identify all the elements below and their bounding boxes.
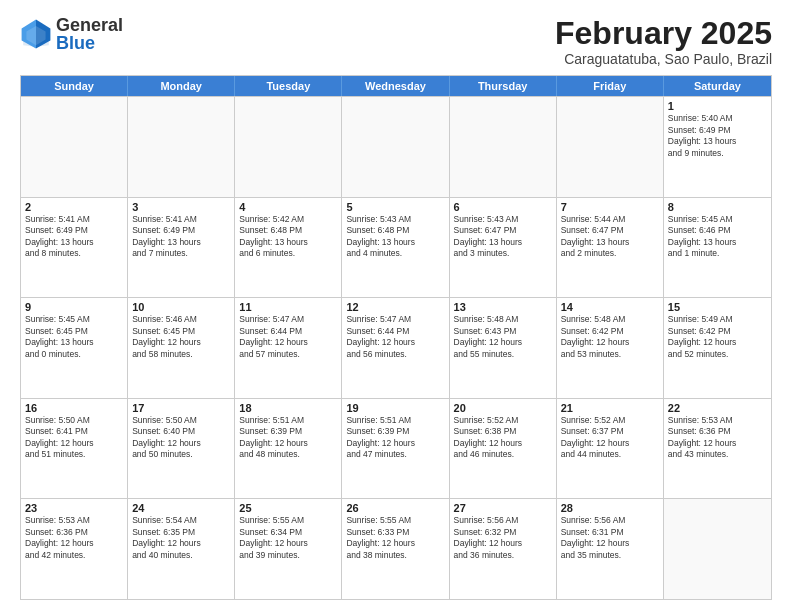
cell-info: Sunrise: 5:41 AM Sunset: 6:49 PM Dayligh… bbox=[25, 214, 123, 260]
cal-cell: 20Sunrise: 5:52 AM Sunset: 6:38 PM Dayli… bbox=[450, 399, 557, 499]
cal-cell: 15Sunrise: 5:49 AM Sunset: 6:42 PM Dayli… bbox=[664, 298, 771, 398]
subtitle: Caraguatatuba, Sao Paulo, Brazil bbox=[555, 51, 772, 67]
cell-day-number: 26 bbox=[346, 502, 444, 514]
cell-day-number: 2 bbox=[25, 201, 123, 213]
logo-icon bbox=[20, 18, 52, 50]
cal-cell: 23Sunrise: 5:53 AM Sunset: 6:36 PM Dayli… bbox=[21, 499, 128, 599]
cell-day-number: 16 bbox=[25, 402, 123, 414]
cell-day-number: 11 bbox=[239, 301, 337, 313]
header-day-wednesday: Wednesday bbox=[342, 76, 449, 96]
cell-info: Sunrise: 5:53 AM Sunset: 6:36 PM Dayligh… bbox=[668, 415, 767, 461]
cell-day-number: 18 bbox=[239, 402, 337, 414]
cell-day-number: 15 bbox=[668, 301, 767, 313]
cal-cell: 24Sunrise: 5:54 AM Sunset: 6:35 PM Dayli… bbox=[128, 499, 235, 599]
header-day-tuesday: Tuesday bbox=[235, 76, 342, 96]
cell-day-number: 8 bbox=[668, 201, 767, 213]
cal-cell: 8Sunrise: 5:45 AM Sunset: 6:46 PM Daylig… bbox=[664, 198, 771, 298]
cal-cell: 28Sunrise: 5:56 AM Sunset: 6:31 PM Dayli… bbox=[557, 499, 664, 599]
logo-blue-text: Blue bbox=[56, 34, 123, 52]
cell-info: Sunrise: 5:44 AM Sunset: 6:47 PM Dayligh… bbox=[561, 214, 659, 260]
cell-info: Sunrise: 5:52 AM Sunset: 6:38 PM Dayligh… bbox=[454, 415, 552, 461]
title-block: February 2025 Caraguatatuba, Sao Paulo, … bbox=[555, 16, 772, 67]
cell-day-number: 4 bbox=[239, 201, 337, 213]
cell-info: Sunrise: 5:54 AM Sunset: 6:35 PM Dayligh… bbox=[132, 515, 230, 561]
cell-day-number: 9 bbox=[25, 301, 123, 313]
header-day-saturday: Saturday bbox=[664, 76, 771, 96]
cell-info: Sunrise: 5:51 AM Sunset: 6:39 PM Dayligh… bbox=[239, 415, 337, 461]
cal-cell bbox=[664, 499, 771, 599]
cal-cell: 6Sunrise: 5:43 AM Sunset: 6:47 PM Daylig… bbox=[450, 198, 557, 298]
cell-info: Sunrise: 5:50 AM Sunset: 6:41 PM Dayligh… bbox=[25, 415, 123, 461]
cell-info: Sunrise: 5:40 AM Sunset: 6:49 PM Dayligh… bbox=[668, 113, 767, 159]
cell-info: Sunrise: 5:55 AM Sunset: 6:34 PM Dayligh… bbox=[239, 515, 337, 561]
cell-info: Sunrise: 5:42 AM Sunset: 6:48 PM Dayligh… bbox=[239, 214, 337, 260]
cal-cell: 27Sunrise: 5:56 AM Sunset: 6:32 PM Dayli… bbox=[450, 499, 557, 599]
cell-day-number: 23 bbox=[25, 502, 123, 514]
cell-day-number: 7 bbox=[561, 201, 659, 213]
cal-cell: 13Sunrise: 5:48 AM Sunset: 6:43 PM Dayli… bbox=[450, 298, 557, 398]
cal-cell: 1Sunrise: 5:40 AM Sunset: 6:49 PM Daylig… bbox=[664, 97, 771, 197]
cell-day-number: 21 bbox=[561, 402, 659, 414]
header-day-sunday: Sunday bbox=[21, 76, 128, 96]
cell-info: Sunrise: 5:41 AM Sunset: 6:49 PM Dayligh… bbox=[132, 214, 230, 260]
cell-info: Sunrise: 5:56 AM Sunset: 6:31 PM Dayligh… bbox=[561, 515, 659, 561]
cell-day-number: 14 bbox=[561, 301, 659, 313]
cell-info: Sunrise: 5:45 AM Sunset: 6:46 PM Dayligh… bbox=[668, 214, 767, 260]
cal-cell: 16Sunrise: 5:50 AM Sunset: 6:41 PM Dayli… bbox=[21, 399, 128, 499]
cell-info: Sunrise: 5:53 AM Sunset: 6:36 PM Dayligh… bbox=[25, 515, 123, 561]
cell-day-number: 3 bbox=[132, 201, 230, 213]
cell-info: Sunrise: 5:46 AM Sunset: 6:45 PM Dayligh… bbox=[132, 314, 230, 360]
cell-day-number: 28 bbox=[561, 502, 659, 514]
cal-cell: 5Sunrise: 5:43 AM Sunset: 6:48 PM Daylig… bbox=[342, 198, 449, 298]
cal-cell: 25Sunrise: 5:55 AM Sunset: 6:34 PM Dayli… bbox=[235, 499, 342, 599]
cell-info: Sunrise: 5:48 AM Sunset: 6:42 PM Dayligh… bbox=[561, 314, 659, 360]
calendar: SundayMondayTuesdayWednesdayThursdayFrid… bbox=[20, 75, 772, 600]
logo-text: General Blue bbox=[56, 16, 123, 52]
cal-cell bbox=[557, 97, 664, 197]
cal-cell: 11Sunrise: 5:47 AM Sunset: 6:44 PM Dayli… bbox=[235, 298, 342, 398]
week-row-1: 2Sunrise: 5:41 AM Sunset: 6:49 PM Daylig… bbox=[21, 197, 771, 298]
cal-cell bbox=[450, 97, 557, 197]
cal-cell bbox=[21, 97, 128, 197]
cal-cell bbox=[235, 97, 342, 197]
week-row-3: 16Sunrise: 5:50 AM Sunset: 6:41 PM Dayli… bbox=[21, 398, 771, 499]
cell-day-number: 10 bbox=[132, 301, 230, 313]
cell-day-number: 5 bbox=[346, 201, 444, 213]
cell-day-number: 19 bbox=[346, 402, 444, 414]
cell-day-number: 20 bbox=[454, 402, 552, 414]
cal-cell: 14Sunrise: 5:48 AM Sunset: 6:42 PM Dayli… bbox=[557, 298, 664, 398]
calendar-body: 1Sunrise: 5:40 AM Sunset: 6:49 PM Daylig… bbox=[21, 96, 771, 599]
cal-cell bbox=[128, 97, 235, 197]
cell-day-number: 17 bbox=[132, 402, 230, 414]
logo-general-text: General bbox=[56, 16, 123, 34]
cal-cell: 7Sunrise: 5:44 AM Sunset: 6:47 PM Daylig… bbox=[557, 198, 664, 298]
cell-info: Sunrise: 5:49 AM Sunset: 6:42 PM Dayligh… bbox=[668, 314, 767, 360]
cell-day-number: 22 bbox=[668, 402, 767, 414]
cell-day-number: 24 bbox=[132, 502, 230, 514]
cell-info: Sunrise: 5:45 AM Sunset: 6:45 PM Dayligh… bbox=[25, 314, 123, 360]
logo: General Blue bbox=[20, 16, 123, 52]
cell-info: Sunrise: 5:47 AM Sunset: 6:44 PM Dayligh… bbox=[239, 314, 337, 360]
cal-cell bbox=[342, 97, 449, 197]
cell-day-number: 27 bbox=[454, 502, 552, 514]
week-row-2: 9Sunrise: 5:45 AM Sunset: 6:45 PM Daylig… bbox=[21, 297, 771, 398]
main-title: February 2025 bbox=[555, 16, 772, 51]
cal-cell: 21Sunrise: 5:52 AM Sunset: 6:37 PM Dayli… bbox=[557, 399, 664, 499]
cal-cell: 2Sunrise: 5:41 AM Sunset: 6:49 PM Daylig… bbox=[21, 198, 128, 298]
cell-info: Sunrise: 5:43 AM Sunset: 6:47 PM Dayligh… bbox=[454, 214, 552, 260]
cell-info: Sunrise: 5:56 AM Sunset: 6:32 PM Dayligh… bbox=[454, 515, 552, 561]
cell-info: Sunrise: 5:43 AM Sunset: 6:48 PM Dayligh… bbox=[346, 214, 444, 260]
header-day-thursday: Thursday bbox=[450, 76, 557, 96]
cell-day-number: 13 bbox=[454, 301, 552, 313]
page: General Blue February 2025 Caraguatatuba… bbox=[0, 0, 792, 612]
cell-info: Sunrise: 5:55 AM Sunset: 6:33 PM Dayligh… bbox=[346, 515, 444, 561]
cal-cell: 9Sunrise: 5:45 AM Sunset: 6:45 PM Daylig… bbox=[21, 298, 128, 398]
cal-cell: 10Sunrise: 5:46 AM Sunset: 6:45 PM Dayli… bbox=[128, 298, 235, 398]
calendar-header: SundayMondayTuesdayWednesdayThursdayFrid… bbox=[21, 76, 771, 96]
header-day-monday: Monday bbox=[128, 76, 235, 96]
cal-cell: 26Sunrise: 5:55 AM Sunset: 6:33 PM Dayli… bbox=[342, 499, 449, 599]
cell-info: Sunrise: 5:50 AM Sunset: 6:40 PM Dayligh… bbox=[132, 415, 230, 461]
header-day-friday: Friday bbox=[557, 76, 664, 96]
cal-cell: 22Sunrise: 5:53 AM Sunset: 6:36 PM Dayli… bbox=[664, 399, 771, 499]
cal-cell: 18Sunrise: 5:51 AM Sunset: 6:39 PM Dayli… bbox=[235, 399, 342, 499]
